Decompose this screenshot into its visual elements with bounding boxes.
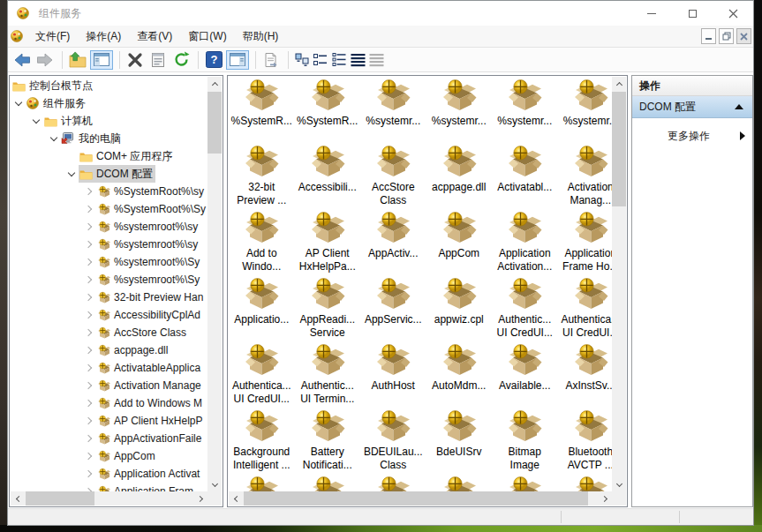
tree-item[interactable]: 32-bit Preview Han bbox=[11, 288, 208, 306]
close-button[interactable] bbox=[713, 1, 753, 26]
dcom-component-item[interactable]: Authentic...UI Termin... bbox=[295, 341, 361, 408]
scroll-thumb[interactable] bbox=[612, 92, 626, 206]
view-small-icons-button[interactable] bbox=[312, 49, 330, 71]
menu-help[interactable]: 帮助(H) bbox=[236, 26, 286, 48]
list-horizontal-scrollbar[interactable] bbox=[229, 491, 612, 506]
dcom-component-item[interactable]: AutoMdm... bbox=[426, 341, 493, 408]
chevron-collapsed-icon[interactable] bbox=[82, 378, 96, 393]
dcom-component-item[interactable]: %SystemR... bbox=[295, 77, 361, 143]
tree-item[interactable]: 我的电脑 bbox=[11, 130, 208, 147]
tree-item[interactable]: %SystemRoot%\sy bbox=[11, 183, 208, 200]
chevron-collapsed-icon[interactable] bbox=[82, 290, 96, 304]
dcom-component-item[interactable]: AxInstSv... bbox=[558, 341, 615, 408]
child-restore-button[interactable] bbox=[719, 28, 734, 44]
tree-vertical-scrollbar[interactable] bbox=[207, 77, 222, 491]
dcom-component-item[interactable]: ApplicationActivation... bbox=[492, 209, 558, 275]
dcom-component-item[interactable]: appwiz.cpl bbox=[426, 275, 493, 341]
tree-item[interactable]: %systemroot%\Sy bbox=[11, 271, 208, 288]
tree-item[interactable]: AccStore Class bbox=[11, 324, 208, 341]
dcom-component-item[interactable]: AppReadi...Service bbox=[295, 275, 361, 341]
show-console-tree-button[interactable] bbox=[90, 50, 113, 70]
dcom-component-item[interactable]: 32-bitPreview ... bbox=[229, 143, 295, 209]
back-button[interactable] bbox=[11, 49, 33, 71]
maximize-button[interactable] bbox=[672, 1, 713, 26]
properties-button[interactable] bbox=[147, 49, 169, 71]
up-one-level-button[interactable] bbox=[67, 49, 88, 71]
refresh-button[interactable] bbox=[170, 49, 192, 71]
actions-group-dcom[interactable]: DCOM 配置 bbox=[632, 96, 752, 118]
dcom-component-item[interactable]: AppServic... bbox=[360, 275, 426, 341]
tree-item[interactable]: AccessibilityCplAd bbox=[11, 306, 208, 324]
scroll-up-button[interactable] bbox=[612, 77, 626, 91]
dcom-component-item[interactable]: Activatabl... bbox=[492, 143, 558, 209]
chevron-collapsed-icon[interactable] bbox=[82, 326, 96, 340]
view-list-button[interactable] bbox=[330, 49, 349, 71]
chevron-collapsed-icon[interactable] bbox=[82, 431, 96, 446]
dcom-component-item[interactable] bbox=[492, 474, 558, 492]
help-button[interactable]: ? bbox=[203, 49, 224, 71]
dcom-component-item[interactable]: AccStoreClass bbox=[360, 143, 426, 209]
scroll-left-button[interactable] bbox=[229, 491, 243, 506]
dcom-component-item[interactable]: %systemr... bbox=[492, 77, 558, 143]
tree-item[interactable]: COM+ 应用程序 bbox=[11, 147, 208, 165]
tree-horizontal-scrollbar[interactable] bbox=[11, 491, 207, 506]
dcom-component-item[interactable]: Authentica...UI CredUI... bbox=[558, 275, 615, 341]
menu-action[interactable]: 操作(A) bbox=[79, 26, 128, 48]
forward-button[interactable] bbox=[34, 49, 56, 71]
dcom-component-item[interactable]: AP ClientHxHelpPa... bbox=[295, 209, 361, 275]
delete-button[interactable] bbox=[124, 49, 146, 71]
chevron-collapsed-icon[interactable] bbox=[82, 255, 96, 269]
tree-item[interactable]: 组件服务 bbox=[11, 94, 208, 112]
scroll-down-button[interactable] bbox=[207, 477, 222, 491]
dcom-component-item[interactable]: Authentic...UI CredUI... bbox=[492, 275, 558, 341]
dcom-component-item[interactable] bbox=[360, 474, 426, 492]
tree-item[interactable]: %systemroot%\sy bbox=[11, 218, 208, 236]
dcom-component-item[interactable]: ActivationManag... bbox=[558, 143, 615, 209]
child-minimize-button[interactable] bbox=[701, 28, 716, 44]
chevron-collapsed-icon[interactable] bbox=[82, 343, 96, 357]
view-large-icons-button[interactable] bbox=[293, 49, 312, 71]
view-details-button[interactable] bbox=[349, 49, 367, 71]
dcom-component-item[interactable]: BitmapImage bbox=[492, 408, 558, 474]
scroll-up-button[interactable] bbox=[207, 77, 222, 91]
export-list-button[interactable] bbox=[260, 49, 282, 71]
chevron-collapsed-icon[interactable] bbox=[82, 237, 96, 251]
chevron-expanded-icon[interactable] bbox=[47, 131, 61, 146]
chevron-expanded-icon[interactable] bbox=[29, 114, 43, 128]
dcom-component-item[interactable]: BluetoothAVCTP ... bbox=[558, 408, 615, 474]
tree-item[interactable]: 控制台根节点 bbox=[11, 77, 208, 94]
child-close-button[interactable] bbox=[736, 28, 751, 44]
dcom-component-item[interactable]: %systemr... bbox=[360, 77, 426, 143]
view-customize-button[interactable] bbox=[367, 49, 386, 71]
dcom-component-item[interactable]: ApplicationFrame Ho... bbox=[558, 209, 615, 275]
dcom-component-item[interactable]: BatteryNotificati... bbox=[295, 408, 361, 474]
dcom-component-item[interactable] bbox=[295, 474, 361, 492]
more-actions-item[interactable]: 更多操作 bbox=[632, 126, 752, 146]
tree-item[interactable]: Activation Manage bbox=[11, 377, 208, 394]
scroll-left-button[interactable] bbox=[11, 491, 25, 506]
dcom-component-item[interactable]: Applicatio... bbox=[229, 275, 295, 341]
scroll-thumb[interactable] bbox=[207, 92, 222, 154]
scroll-thumb[interactable] bbox=[244, 491, 588, 506]
dcom-component-item[interactable] bbox=[229, 474, 295, 492]
dcom-component-item[interactable]: acppage.dll bbox=[426, 143, 493, 209]
dcom-component-item[interactable]: BackgroundIntelligent ... bbox=[229, 408, 295, 474]
chevron-collapsed-icon[interactable] bbox=[82, 184, 96, 199]
scroll-down-button[interactable] bbox=[612, 477, 626, 491]
tree-item[interactable]: acppage.dll bbox=[11, 341, 208, 359]
scroll-right-button[interactable] bbox=[598, 491, 612, 506]
tree-item[interactable]: 计算机 bbox=[11, 112, 208, 130]
chevron-collapsed-icon[interactable] bbox=[82, 202, 96, 216]
dcom-component-item[interactable]: Authentica...UI CredUI... bbox=[229, 341, 295, 408]
dcom-component-item[interactable]: BdeUISrv bbox=[426, 408, 493, 474]
tree-item[interactable]: AppActivationFaile bbox=[11, 430, 208, 447]
chevron-collapsed-icon[interactable] bbox=[82, 361, 96, 375]
dcom-component-item[interactable]: AppCom bbox=[426, 209, 493, 275]
chevron-collapsed-icon[interactable] bbox=[82, 396, 96, 410]
tree-item[interactable]: AP Client HxHelpP bbox=[11, 412, 208, 430]
list-vertical-scrollbar[interactable] bbox=[612, 77, 626, 491]
chevron-collapsed-icon[interactable] bbox=[82, 467, 96, 481]
menu-view[interactable]: 查看(V) bbox=[130, 26, 179, 48]
dcom-component-item[interactable]: %systemr... bbox=[558, 77, 615, 143]
minimize-button[interactable] bbox=[631, 1, 672, 26]
